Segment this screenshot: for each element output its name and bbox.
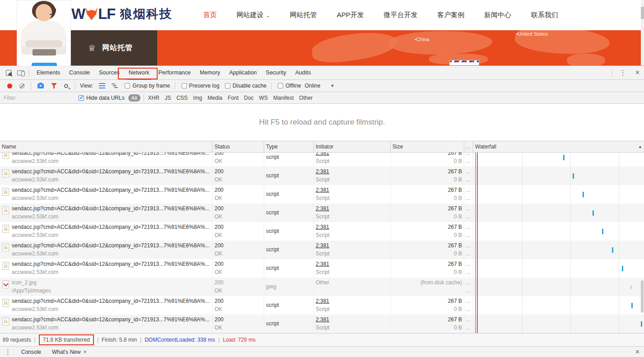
more-cell: ... xyxy=(466,315,471,324)
network-request-row[interactable]: sendacc.jsp?cmd=ACC&did=0&sid=12&company… xyxy=(0,296,644,315)
column-header-waterfall[interactable]: Waterfall ▲ xyxy=(473,141,644,152)
filter-type-media[interactable]: Media xyxy=(208,95,223,101)
nav-item[interactable]: APP开发 xyxy=(337,11,364,19)
filter-type-ws[interactable]: WS xyxy=(259,95,268,101)
device-toolbar-icon[interactable] xyxy=(14,67,26,79)
clear-icon[interactable] xyxy=(19,83,24,88)
hide-data-urls-label[interactable]: Hide data URLs xyxy=(86,95,125,101)
waterfall-view-icon[interactable] xyxy=(112,83,118,88)
filter-input[interactable] xyxy=(4,95,75,101)
network-request-row[interactable]: icon_2.jpg /App/Tpl/images 200 OK jpeg O… xyxy=(0,278,644,296)
page-scrollbar[interactable] xyxy=(641,0,644,65)
column-header-more[interactable]: ... xyxy=(464,141,473,152)
filter-icon[interactable] xyxy=(51,83,57,88)
filter-type-doc[interactable]: Doc xyxy=(244,95,253,101)
filter-type-manifest[interactable]: Manifest xyxy=(273,95,294,101)
column-header-initiator[interactable]: Initiator xyxy=(314,141,391,152)
nav-item[interactable]: 网站托管 xyxy=(290,11,317,19)
initiator-link[interactable]: 2:381 xyxy=(316,296,388,306)
initiator-link[interactable]: 2:381 xyxy=(316,185,388,195)
nav-item[interactable]: 客户案例 xyxy=(437,11,464,19)
network-request-row[interactable]: sendacc.jsp?cmd=ACC&did=0&sid=12&company… xyxy=(0,259,644,278)
devtools-tab-performance[interactable]: Performance xyxy=(154,66,196,80)
column-header-name[interactable]: Name xyxy=(0,141,213,152)
group-by-frame-label[interactable]: Group by frame xyxy=(132,83,170,89)
hide-data-urls-checkbox[interactable] xyxy=(79,95,84,101)
table-scrollbar-thumb[interactable] xyxy=(641,280,644,313)
search-icon[interactable] xyxy=(64,84,68,88)
kebab-menu-icon[interactable]: ⋮ xyxy=(615,69,631,77)
network-request-row[interactable]: sendacc.jsp?cmd=ACC&did=0&sid=12&company… xyxy=(0,241,644,259)
drawer-kebab-menu-icon[interactable]: ⋮ xyxy=(0,348,16,356)
nav-item[interactable]: 微平台开发 xyxy=(383,11,417,19)
clipped-network-row[interactable]: sendacc.jsp?cmd=ACC&did=0&sid=12&company… xyxy=(0,153,644,167)
initiator-link[interactable]: 2:381 xyxy=(316,315,388,324)
network-request-row[interactable]: sendacc.jsp?cmd=ACC&did=0&sid=12&company… xyxy=(0,185,644,204)
tab-close-icon[interactable]: × xyxy=(84,349,87,355)
filter-type-all[interactable]: All xyxy=(128,94,140,102)
page-scrollbar-thumb[interactable] xyxy=(641,7,644,19)
offline-label[interactable]: Offline xyxy=(285,83,301,89)
network-request-row[interactable]: sendacc.jsp?cmd=ACC&did=0&sid=12&company… xyxy=(0,167,644,185)
site-logo[interactable]: W LF 狼烟科技 xyxy=(71,5,172,23)
disable-cache-label[interactable]: Disable cache xyxy=(233,83,266,89)
inspect-element-icon[interactable] xyxy=(3,67,14,79)
throttling-select[interactable]: Online xyxy=(305,83,321,89)
column-header-size[interactable]: Size xyxy=(391,141,464,152)
offline-checkbox[interactable] xyxy=(278,83,283,88)
preserve-log-label[interactable]: Preserve log xyxy=(189,83,219,89)
more-cell: ... xyxy=(466,232,471,240)
initiator-link[interactable]: 2:381 xyxy=(316,153,388,158)
devtools-tab-application[interactable]: Application xyxy=(224,66,261,80)
column-header-status[interactable]: Status xyxy=(213,141,264,152)
filter-type-xhr[interactable]: XHR xyxy=(148,95,159,101)
column-header-type[interactable]: Type xyxy=(264,141,314,152)
filter-type-img[interactable]: Img xyxy=(193,95,202,101)
initiator-link[interactable]: Other xyxy=(316,278,388,287)
dropdown-arrow-icon[interactable]: ▼ xyxy=(330,83,334,88)
initiator-kind: Script xyxy=(316,324,388,333)
nav-item[interactable]: 网站建设⌄ xyxy=(237,11,270,19)
status-text: OK xyxy=(215,176,262,185)
customer-service-widget[interactable] xyxy=(17,0,71,66)
group-by-frame-checkbox[interactable] xyxy=(125,83,130,88)
devtools-tab-security[interactable]: Security xyxy=(261,66,291,80)
network-request-row[interactable]: sendacc.jsp?cmd=ACC&did=0&sid=12&company… xyxy=(0,315,644,333)
network-request-row[interactable]: sendacc.jsp?cmd=ACC&did=0&sid=12&company… xyxy=(0,204,644,222)
side-menu-item-hosting[interactable]: ♕ 网站托管 xyxy=(71,30,157,53)
nav-item[interactable]: 新闻中心 xyxy=(484,11,511,19)
devtools-tab-memory[interactable]: Memory xyxy=(195,66,224,80)
devtools-tab-network[interactable]: Network xyxy=(124,66,154,80)
more-cell: ... xyxy=(466,204,471,213)
load-time: Load: 729 ms xyxy=(223,337,256,343)
filter-type-font[interactable]: Font xyxy=(228,95,238,101)
disable-cache-checkbox[interactable] xyxy=(225,83,230,88)
initiator-link[interactable]: 2:381 xyxy=(316,204,388,213)
devtools-tab-sources[interactable]: Sources xyxy=(94,66,124,80)
devtools-tab-elements[interactable]: Elements xyxy=(32,66,65,80)
map-country-label: •China xyxy=(415,37,429,42)
drawer-close-icon[interactable]: × xyxy=(631,348,644,356)
filter-type-other[interactable]: Other xyxy=(299,95,313,101)
nav-item[interactable]: 首页 xyxy=(203,11,217,19)
initiator-link[interactable]: 2:381 xyxy=(316,259,388,269)
initiator-link[interactable]: 2:381 xyxy=(316,167,388,176)
initiator-link[interactable]: 2:381 xyxy=(316,222,388,232)
initiator-link[interactable]: 2:381 xyxy=(316,241,388,250)
screenshot-capture-icon[interactable] xyxy=(37,83,44,88)
cs-chat-button[interactable] xyxy=(32,63,57,66)
nav-item[interactable]: 联系我们 xyxy=(531,11,558,19)
devtools-tab-console[interactable]: Console xyxy=(65,66,94,80)
network-request-row[interactable]: sendacc.jsp?cmd=ACC&did=0&sid=12&company… xyxy=(0,222,644,241)
waterfall-tick xyxy=(612,247,613,253)
drawer-tab-what-s-new[interactable]: What's New× xyxy=(47,347,92,357)
record-icon[interactable] xyxy=(7,83,12,88)
network-request-row[interactable]: sendacc.jsp?cmd=ACC&did=0&sid=12&company… xyxy=(0,153,644,167)
close-icon[interactable]: × xyxy=(631,69,644,77)
preserve-log-checkbox[interactable] xyxy=(182,83,187,88)
list-view-icon[interactable] xyxy=(99,83,105,88)
devtools-tab-audits[interactable]: Audits xyxy=(291,66,316,80)
filter-type-js[interactable]: JS xyxy=(165,95,171,101)
drawer-tab-console[interactable]: Console xyxy=(16,347,47,357)
filter-type-css[interactable]: CSS xyxy=(177,95,188,101)
